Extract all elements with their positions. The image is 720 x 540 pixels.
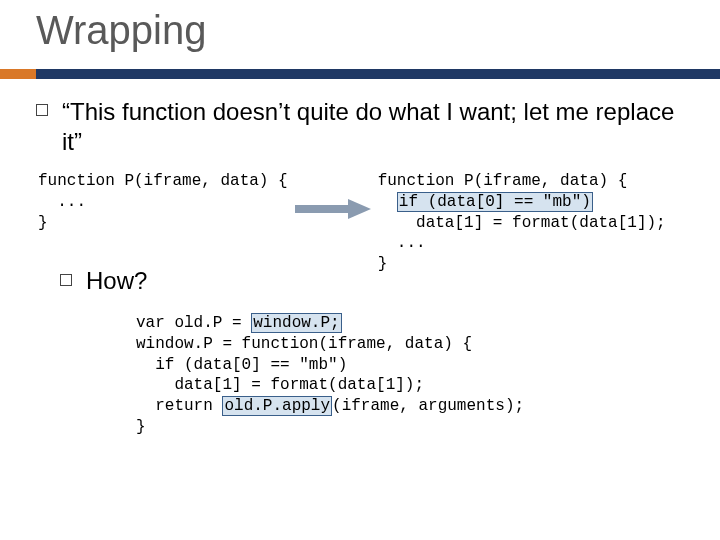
code-columns: function P(iframe, data) { ... } functio…	[38, 171, 700, 275]
bullet-text-1: “This function doesn’t quite do what I w…	[62, 97, 700, 157]
code-right-l1: function P(iframe, data) {	[378, 172, 628, 190]
accent-rule	[0, 69, 720, 79]
cb-l6: }	[136, 418, 146, 436]
code-bottom: var old.P = window.P; window.P = functio…	[136, 313, 700, 438]
code-right-l5: }	[378, 255, 388, 273]
bullet-icon	[60, 274, 72, 286]
code-right-l4: ...	[378, 234, 426, 252]
code-left: function P(iframe, data) { ... }	[38, 171, 288, 233]
accent-navy	[36, 69, 720, 79]
cb-l3: if (data[0] == "mb")	[136, 356, 347, 374]
svg-marker-1	[348, 199, 371, 219]
cb-hl2: old.P.apply	[222, 396, 332, 416]
code-left-l3: }	[38, 214, 48, 232]
slide-title: Wrapping	[36, 8, 720, 53]
arrow-wrap	[288, 171, 378, 221]
cb-l4: data[1] = format(data[1]);	[136, 376, 424, 394]
cb-l1a: var old.P =	[136, 314, 251, 332]
cb-l5a: return	[136, 397, 222, 415]
cb-l2: window.P = function(iframe, data) {	[136, 335, 472, 353]
code-left-l2: ...	[38, 193, 86, 211]
code-right-l2a	[378, 193, 397, 211]
title-area: Wrapping	[0, 0, 720, 53]
code-left-l1: function P(iframe, data) {	[38, 172, 288, 190]
cb-l5c: (iframe, arguments);	[332, 397, 524, 415]
code-right: function P(iframe, data) { if (data[0] =…	[378, 171, 666, 275]
content-area: “This function doesn’t quite do what I w…	[0, 79, 720, 438]
code-right-hl: if (data[0] == "mb")	[397, 192, 593, 212]
cb-hl1: window.P;	[251, 313, 341, 333]
bullet-row-1: “This function doesn’t quite do what I w…	[36, 97, 700, 157]
arrow-icon	[293, 197, 373, 221]
bullet-icon	[36, 104, 48, 116]
code-right-l3: data[1] = format(data[1]);	[378, 214, 666, 232]
accent-orange	[0, 69, 36, 79]
svg-rect-0	[295, 205, 350, 213]
